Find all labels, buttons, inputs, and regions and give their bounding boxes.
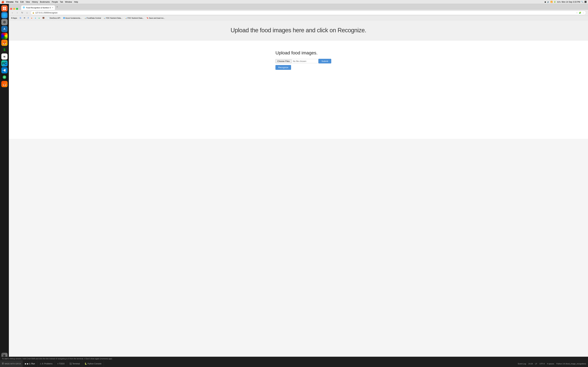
facebook-icon: f — [28, 17, 28, 19]
svg-rect-0 — [3, 7, 4, 8]
page-body: Upload food images. Choose Files No file… — [9, 41, 294, 139]
green-icon: ● — [39, 17, 40, 19]
bookmark-devdocs[interactable]: 📄 DevDocs API — [46, 17, 61, 19]
home-button[interactable]: ⌂ — [25, 11, 29, 15]
azure-icon: 🔷 — [63, 17, 65, 19]
fooddata-icon: 📊 — [84, 17, 86, 19]
devdocs-icon: 📄 — [47, 17, 49, 19]
svg-rect-3 — [5, 8, 6, 10]
url-text: 127.0.0.1:5000/recognize — [35, 12, 57, 14]
dock-icon-vscode[interactable] — [1, 67, 8, 73]
bookmark-fdc1[interactable]: 📊 FDC Nutrient Data... — [103, 17, 123, 19]
bookmark-save[interactable]: 🔖 Save and load mo... — [146, 17, 166, 19]
dock-icon-firefox[interactable]: 🦊 — [1, 40, 8, 46]
menu-bookmarks[interactable]: Bookmarks — [40, 1, 50, 3]
dock: 🌐 ⚙ A 🦊 $ N PC 🦊 🗑 — [0, 4, 9, 184]
page-header-title: Upload the food images here and click on… — [12, 27, 294, 34]
bookmark-icon4[interactable]: ● — [30, 17, 33, 19]
menu-history[interactable]: History — [32, 1, 38, 3]
menu-view[interactable]: View — [26, 1, 30, 3]
apps-grid-icon: ⊞ — [11, 17, 12, 19]
tab-favicon: 🌐 — [23, 7, 25, 9]
bookmark-fdc2[interactable]: 📊 FDC Nutrient Data... — [124, 17, 145, 19]
bookmark-google[interactable]: G — [19, 17, 22, 19]
dock-icon-notion[interactable]: N — [1, 53, 8, 60]
content-area: Upload the food images here and click on… — [9, 20, 294, 184]
menu-window[interactable]: Window — [65, 1, 72, 3]
dock-icon-app1[interactable] — [1, 5, 8, 11]
menu-edit[interactable]: Edit — [20, 1, 24, 3]
nav-bar: ‹ › ↻ ⌂ 🔒 127.0.0.1:5000/recognize ☆ 🧩 ⋮ — [9, 10, 294, 16]
menubar: 🍎 Chrome File Edit View History Bookmark… — [0, 0, 294, 4]
bookmark-fdc1-label: FDC Nutrient Data... — [106, 17, 122, 19]
window-close-button[interactable] — [10, 8, 12, 10]
bookmark-fdc2-label: FDC Nutrient Data... — [128, 17, 144, 19]
menu-file[interactable]: File — [15, 1, 18, 3]
upload-section: Upload food images. Choose Files No file… — [266, 50, 294, 70]
svg-rect-2 — [3, 8, 4, 10]
window-maximize-button[interactable] — [16, 8, 18, 10]
address-bar[interactable]: 🔒 127.0.0.1:5000/recognize ☆ 🧩 ⋮ — [31, 11, 294, 15]
bookmark-icon6[interactable]: ● — [38, 17, 41, 19]
tab-bar: 🌐 Food Recognition & Nutrition V ✕ + — [9, 4, 294, 10]
bear-icon: 🐻 — [42, 17, 45, 19]
lock-icon: 🔒 — [32, 12, 34, 14]
bookmark-apps[interactable]: ⊞ Apps — [10, 17, 18, 19]
bookmark-fooddata[interactable]: 📊 FoodData Central — [83, 17, 102, 19]
dock-icon-spotify[interactable] — [1, 74, 8, 80]
browser-chrome: 🌐 Food Recognition & Nutrition V ✕ + ‹ ›… — [9, 4, 294, 20]
bookmark-gmail[interactable]: ✉ — [23, 17, 26, 19]
menu-people[interactable]: People — [52, 1, 58, 3]
dock-icon-firefox2[interactable]: 🦊 — [1, 81, 8, 87]
bookmark-azure-label: Azure fundamenta... — [65, 17, 82, 19]
gmail-icon: ✉ — [24, 17, 25, 19]
dock-icon-chrome[interactable] — [1, 33, 8, 39]
forward-button[interactable]: › — [15, 11, 19, 15]
dock-icon-terminal[interactable]: $ — [1, 47, 8, 53]
bookmark-azure[interactable]: 🔷 Azure fundamenta... — [62, 17, 83, 19]
reload-button[interactable]: ↻ — [20, 11, 24, 15]
reddit-icon: ● — [31, 17, 32, 19]
menu-help[interactable]: Help — [74, 1, 78, 3]
recognize-button[interactable]: Recognize — [276, 65, 291, 70]
social-icon: ● — [35, 17, 36, 19]
svg-rect-1 — [5, 7, 6, 8]
google-icon: G — [20, 17, 21, 19]
file-name-text: No file chosen — [293, 60, 294, 62]
bookmark-devdocs-label: DevDocs API — [50, 17, 60, 19]
active-tab[interactable]: 🌐 Food Recognition & Nutrition V ✕ — [21, 5, 55, 10]
dock-icon-appstore[interactable]: A — [1, 26, 8, 32]
window-minimize-button[interactable] — [13, 8, 15, 10]
bookmarks-bar: ⊞ Apps G ✉ f ● ● ● 🐻 📄 DevDocs API 🔷 — [9, 16, 294, 20]
back-button[interactable]: ‹ — [10, 11, 14, 15]
dock-icon-pycharm[interactable]: PC — [1, 60, 8, 67]
app-name[interactable]: Chrome — [6, 1, 13, 3]
bookmark-fooddata-label: FoodData Central — [87, 17, 101, 19]
upload-form: Choose Files No file chosen Submit Recog… — [276, 59, 294, 70]
file-name-display: No file chosen — [292, 59, 294, 63]
save-icon: 🔖 — [147, 17, 148, 19]
fdc1-icon: 📊 — [104, 17, 105, 19]
tab-title: Food Recognition & Nutrition V — [26, 7, 51, 9]
bookmark-icon7[interactable]: 🐻 — [41, 17, 46, 19]
upload-title: Upload food images. — [276, 50, 294, 56]
tab-close-button[interactable]: ✕ — [52, 7, 53, 9]
menu-tab[interactable]: Tab — [60, 1, 63, 3]
fdc2-icon: 📊 — [125, 17, 127, 19]
bookmark-apps-label: Apps — [13, 17, 17, 19]
bookmark-facebook[interactable]: f — [27, 17, 29, 19]
choose-files-button[interactable]: Choose Files — [276, 59, 292, 63]
new-tab-button[interactable]: + — [55, 5, 59, 9]
dock-icon-settings[interactable]: ⚙ — [1, 19, 8, 25]
bookmark-icon5[interactable]: ● — [34, 17, 37, 19]
dock-icon-compass[interactable]: 🌐 — [1, 12, 8, 18]
bookmark-save-label: Save and load mo... — [149, 17, 165, 19]
file-input-row: Choose Files No file chosen Submit — [276, 59, 294, 63]
page-header: Upload the food images here and click on… — [9, 20, 294, 41]
apple-menu-icon[interactable]: 🍎 — [1, 1, 4, 3]
